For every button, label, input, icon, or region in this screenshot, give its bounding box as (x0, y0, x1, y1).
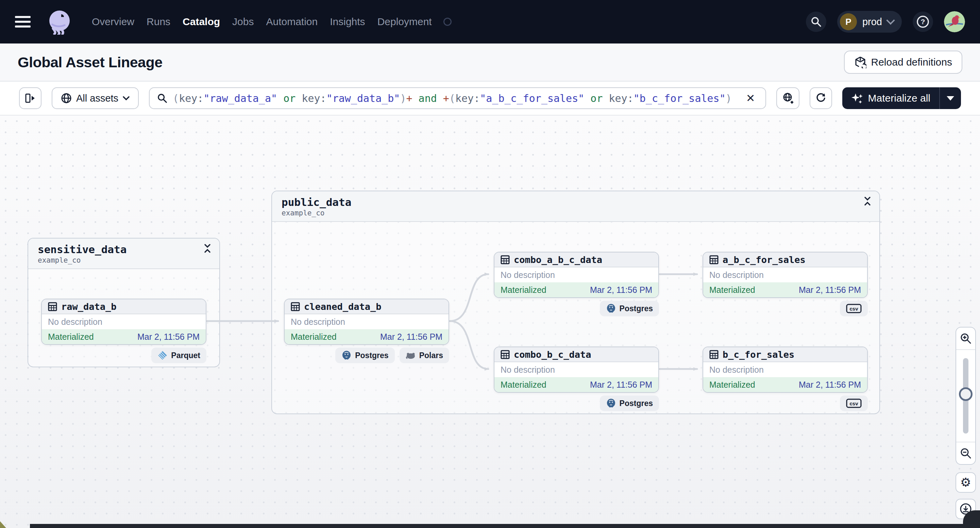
tag-label: Postgres (620, 399, 653, 408)
materialize-options-button[interactable] (939, 87, 961, 109)
nav-item-insights[interactable]: Insights (330, 16, 365, 27)
lineage-canvas[interactable]: ⚙ sensitive_dataexample_copublic_dataexa… (0, 116, 980, 528)
tag-csv[interactable]: csv (840, 395, 868, 411)
hamburger-menu-icon[interactable] (15, 16, 30, 27)
globe-add-icon (782, 92, 794, 104)
asset-status-row: MaterializedMar 2, 11:56 PM (42, 329, 206, 344)
table-icon (710, 350, 719, 359)
asset-tags-row: Postgres (494, 395, 659, 411)
materialization-timestamp[interactable]: Mar 2, 11:56 PM (590, 380, 652, 390)
asset-status-row: MaterializedMar 2, 11:56 PM (495, 282, 658, 297)
tag-label: Polars (419, 351, 443, 360)
materialization-timestamp[interactable]: Mar 2, 11:56 PM (380, 332, 442, 342)
zoom-slider-thumb[interactable] (959, 387, 972, 401)
asset-status-row: MaterializedMar 2, 11:56 PM (285, 329, 449, 344)
open-panel-button[interactable] (19, 87, 41, 109)
help-button[interactable]: ? (913, 11, 933, 32)
tag-csv[interactable]: csv (840, 301, 868, 316)
table-icon (291, 302, 300, 311)
asset-description: No description (285, 314, 449, 329)
tag-postgres[interactable]: Postgres (600, 301, 659, 316)
asset-node-header[interactable]: combo_b_c_data (495, 347, 658, 362)
top-nav: OverviewRunsCatalogJobsAutomationInsight… (0, 0, 980, 43)
tag-postgres[interactable]: Postgres (600, 395, 659, 411)
asset-node-cleaned_data_b[interactable]: cleaned_data_bNo descriptionMaterialized… (284, 299, 449, 345)
page-header: Global Asset Lineage Reload definitions (0, 43, 980, 82)
graph-settings-button[interactable]: ⚙ (956, 472, 976, 493)
svg-text:csv: csv (850, 401, 858, 406)
reload-definitions-button[interactable]: Reload definitions (844, 51, 963, 74)
materialization-timestamp[interactable]: Mar 2, 11:56 PM (799, 380, 861, 390)
lineage-toolbar: All assets (key:"raw_data_a" or key:"raw… (0, 82, 980, 116)
svg-text:csv: csv (850, 306, 858, 312)
search-icon (157, 93, 167, 103)
nav-item-automation[interactable]: Automation (266, 16, 318, 27)
search-button[interactable] (806, 11, 826, 32)
nav-item-runs[interactable]: Runs (146, 16, 170, 27)
bottom-panel-edge (30, 524, 980, 528)
materialize-all-button[interactable]: Materialize all (842, 87, 939, 109)
user-avatar[interactable] (944, 11, 965, 32)
caret-down-icon (947, 96, 954, 101)
asset-scope-dropdown[interactable]: All assets (52, 87, 139, 109)
asset-node-header[interactable]: b_c_for_sales (703, 347, 867, 362)
postgres-icon (606, 303, 616, 314)
asset-query-input[interactable]: (key:"raw_data_a" or key:"raw_data_b")+ … (149, 87, 766, 109)
nav-item-deployment[interactable]: Deployment (377, 16, 432, 27)
chevron-down-icon (123, 96, 130, 101)
deployment-name: prod (862, 16, 882, 27)
csv-icon: csv (846, 398, 862, 408)
loading-spinner-icon (444, 17, 452, 26)
asset-node-raw_data_b[interactable]: raw_data_bNo descriptionMaterializedMar … (41, 299, 207, 345)
asset-node-combo_b_c_data[interactable]: combo_b_c_dataNo descriptionMaterialized… (494, 347, 659, 393)
asset-name: b_c_for_sales (722, 349, 794, 360)
asset-name: combo_b_c_data (514, 349, 591, 360)
nav-links: OverviewRunsCatalogJobsAutomationInsight… (92, 16, 432, 27)
help-icon: ? (916, 15, 930, 29)
asset-node-header[interactable]: raw_data_b (42, 299, 206, 314)
asset-tags-row: csv (703, 395, 868, 411)
asset-tags-row: PostgresPolars (284, 347, 449, 363)
nav-item-jobs[interactable]: Jobs (232, 16, 254, 27)
dagster-logo-icon[interactable] (46, 9, 72, 35)
graph-scope-button[interactable] (776, 87, 799, 109)
nav-item-overview[interactable]: Overview (92, 16, 134, 27)
asset-node-a_b_c_for_sales[interactable]: a_b_c_for_salesNo descriptionMaterialize… (703, 252, 868, 298)
tag-parquet[interactable]: Parquet (151, 347, 207, 363)
asset-node-combo_a_b_c_data[interactable]: combo_a_b_c_dataNo descriptionMaterializ… (494, 252, 659, 298)
asset-description: No description (703, 267, 867, 282)
deployment-switcher[interactable]: P prod (837, 11, 902, 33)
deployment-initial-badge: P (840, 13, 857, 30)
status-badge: Materialized (291, 332, 337, 342)
status-badge: Materialized (710, 380, 755, 390)
asset-node-header[interactable]: cleaned_data_b (285, 299, 449, 314)
asset-node-header[interactable]: a_b_c_for_sales (703, 252, 867, 267)
zoom-out-button[interactable] (956, 442, 975, 464)
chevron-down-icon (886, 16, 895, 24)
tag-polars[interactable]: Polars (399, 347, 449, 363)
asset-tags-row: Parquet (41, 347, 207, 363)
materialization-timestamp[interactable]: Mar 2, 11:56 PM (137, 332, 200, 342)
materialization-timestamp[interactable]: Mar 2, 11:56 PM (799, 285, 861, 295)
refresh-icon (815, 92, 827, 104)
nav-item-catalog[interactable]: Catalog (183, 16, 220, 27)
csv-icon: csv (846, 303, 862, 314)
asset-node-b_c_for_sales[interactable]: b_c_for_salesNo descriptionMaterializedM… (703, 347, 868, 393)
zoom-out-icon (960, 447, 972, 459)
reload-cube-icon (854, 56, 866, 68)
asset-status-row: MaterializedMar 2, 11:56 PM (495, 377, 658, 392)
refresh-button[interactable] (810, 87, 832, 109)
svg-text:?: ? (921, 17, 925, 25)
asset-node-header[interactable]: combo_a_b_c_data (495, 252, 658, 267)
zoom-slider[interactable] (956, 349, 975, 442)
clear-query-icon[interactable]: ✕ (743, 92, 758, 105)
zoom-in-button[interactable] (956, 328, 975, 349)
asset-query-text[interactable]: (key:"raw_data_a" or key:"raw_data_b")+ … (173, 92, 738, 104)
edge-cleaned_data_b-to-combo_a_b_c_data (450, 274, 488, 321)
materialization-timestamp[interactable]: Mar 2, 11:56 PM (590, 285, 652, 295)
globe-icon (60, 92, 72, 104)
status-badge: Materialized (501, 285, 546, 295)
tag-label: Postgres (355, 351, 388, 360)
tag-postgres[interactable]: Postgres (335, 347, 395, 363)
status-badge: Materialized (710, 285, 755, 295)
